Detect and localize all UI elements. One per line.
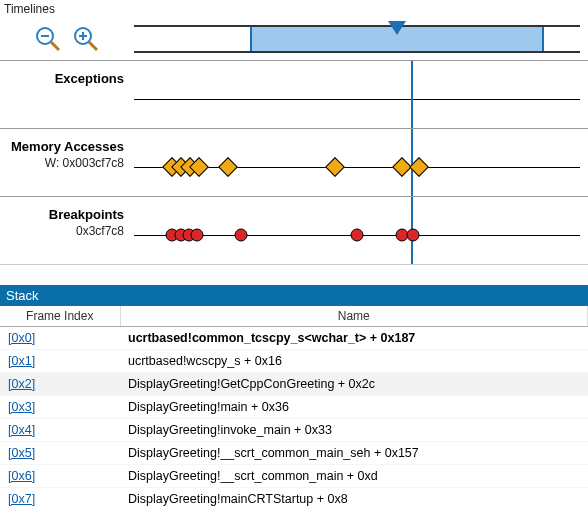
dot-marker[interactable] — [406, 229, 419, 242]
stack-row[interactable]: [0x3]DisplayGreeting!main + 0x36 — [0, 396, 588, 419]
zoom-in-icon[interactable] — [73, 26, 99, 52]
frame-index-cell: [0x3] — [0, 396, 120, 419]
timeline-track: Exceptions — [0, 60, 588, 128]
cursor-line[interactable] — [411, 61, 413, 128]
frame-name-cell: ucrtbased!common_tcscpy_s<wchar_t> + 0x1… — [120, 327, 588, 350]
frame-index-link[interactable]: [0x2] — [8, 377, 35, 391]
stack-row[interactable]: [0x4]DisplayGreeting!invoke_main + 0x33 — [0, 419, 588, 442]
svg-line-6 — [89, 42, 97, 50]
frame-index-link[interactable]: [0x1] — [8, 354, 35, 368]
stack-row[interactable]: [0x1]ucrtbased!wcscpy_s + 0x16 — [0, 350, 588, 373]
frame-name-cell: ucrtbased!wcscpy_s + 0x16 — [120, 350, 588, 373]
frame-name-cell: DisplayGreeting!__scrt_common_main_seh +… — [120, 442, 588, 465]
track-label: Exceptions — [0, 61, 134, 128]
dot-marker[interactable] — [351, 229, 364, 242]
track-plot[interactable] — [134, 129, 580, 196]
zoom-row — [0, 18, 588, 60]
frame-name-cell: DisplayGreeting!mainCRTStartup + 0x8 — [120, 488, 588, 508]
diamond-marker[interactable] — [218, 157, 238, 177]
track-title: Breakpoints — [0, 207, 124, 222]
stack-row[interactable]: [0x2]DisplayGreeting!GetCppConGreeting +… — [0, 373, 588, 396]
timelines-title: Timelines — [0, 0, 588, 18]
stack-row[interactable]: [0x0]ucrtbased!common_tcscpy_s<wchar_t> … — [0, 327, 588, 350]
timeline-overview[interactable] — [134, 25, 580, 53]
timelines-panel: Timelines Excep — [0, 0, 588, 265]
dot-marker[interactable] — [235, 229, 248, 242]
track-subtitle: 0x3cf7c8 — [0, 224, 124, 238]
frame-index-cell: [0x0] — [0, 327, 120, 350]
zoom-controls — [0, 26, 134, 52]
timeline-playhead[interactable] — [388, 21, 406, 35]
stack-table: Frame Index Name [0x0]ucrtbased!common_t… — [0, 306, 588, 507]
svg-line-2 — [51, 42, 59, 50]
frame-name-cell: DisplayGreeting!__scrt_common_main + 0xd — [120, 465, 588, 488]
frame-name-cell: DisplayGreeting!main + 0x36 — [120, 396, 588, 419]
track-plot[interactable] — [134, 197, 580, 264]
stack-row[interactable]: [0x5]DisplayGreeting!__scrt_common_main_… — [0, 442, 588, 465]
frame-index-link[interactable]: [0x0] — [8, 331, 35, 345]
dot-marker[interactable] — [190, 229, 203, 242]
frame-name-cell: DisplayGreeting!invoke_main + 0x33 — [120, 419, 588, 442]
track-label: Memory AccessesW: 0x003cf7c8 — [0, 129, 134, 196]
frame-index-link[interactable]: [0x6] — [8, 469, 35, 483]
col-name[interactable]: Name — [120, 306, 588, 327]
frame-index-link[interactable]: [0x4] — [8, 423, 35, 437]
track-title: Memory Accesses — [0, 139, 124, 154]
col-frame-index[interactable]: Frame Index — [0, 306, 120, 327]
frame-index-cell: [0x7] — [0, 488, 120, 508]
track-subtitle: W: 0x003cf7c8 — [0, 156, 124, 170]
frame-index-link[interactable]: [0x7] — [8, 492, 35, 506]
frame-index-cell: [0x2] — [0, 373, 120, 396]
frame-name-cell: DisplayGreeting!GetCppConGreeting + 0x2c — [120, 373, 588, 396]
track-title: Exceptions — [0, 71, 124, 86]
timeline-track: Breakpoints0x3cf7c8 — [0, 196, 588, 264]
frame-index-link[interactable]: [0x5] — [8, 446, 35, 460]
frame-index-cell: [0x1] — [0, 350, 120, 373]
stack-header-row: Frame Index Name — [0, 306, 588, 327]
frame-index-cell: [0x4] — [0, 419, 120, 442]
diamond-marker[interactable] — [325, 157, 345, 177]
stack-row[interactable]: [0x6]DisplayGreeting!__scrt_common_main … — [0, 465, 588, 488]
stack-row[interactable]: [0x7]DisplayGreeting!mainCRTStartup + 0x… — [0, 488, 588, 508]
timeline-track: Memory AccessesW: 0x003cf7c8 — [0, 128, 588, 196]
zoom-out-icon[interactable] — [35, 26, 61, 52]
track-plot[interactable] — [134, 61, 580, 128]
track-axis — [134, 99, 580, 100]
frame-index-cell: [0x5] — [0, 442, 120, 465]
frame-index-link[interactable]: [0x3] — [8, 400, 35, 414]
frame-index-cell: [0x6] — [0, 465, 120, 488]
stack-title: Stack — [0, 285, 588, 306]
track-label: Breakpoints0x3cf7c8 — [0, 197, 134, 264]
